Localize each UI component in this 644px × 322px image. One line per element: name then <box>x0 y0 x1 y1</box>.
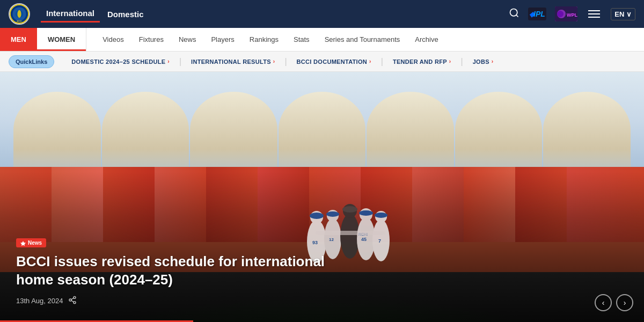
hero-date: 13th Aug, 2024 <box>16 297 63 305</box>
svg-point-5 <box>510 9 517 16</box>
quicklinks-bar: QuickLinks DOMESTIC 2024–25 SCHEDULE › |… <box>0 52 644 72</box>
women-tab[interactable]: WOMEN <box>37 28 86 51</box>
bcci-logo[interactable]: BCCI <box>9 3 30 25</box>
svg-text:WPL: WPL <box>567 12 577 18</box>
svg-line-39 <box>71 301 74 302</box>
top-nav-links: International Domestic <box>41 5 509 23</box>
arrow-icon: › <box>167 58 170 64</box>
nav-players[interactable]: Players <box>203 28 241 52</box>
nav-rankings[interactable]: Rankings <box>242 28 286 52</box>
nav-series-tournaments[interactable]: Series and Tournaments <box>317 28 408 52</box>
hero-nav-arrows: ‹ › <box>595 294 633 311</box>
hamburger-menu[interactable] <box>586 8 602 20</box>
nav-international[interactable]: International <box>41 5 100 23</box>
search-icon[interactable] <box>509 8 519 21</box>
hero-date-row: 13th Aug, 2024 <box>16 296 628 306</box>
quicklinks-button[interactable]: QuickLinks <box>9 55 54 68</box>
svg-point-32 <box>342 206 357 213</box>
secondary-nav-items: Videos Fixtures News Players Rankings St… <box>86 28 644 52</box>
arrow-icon: › <box>492 58 494 64</box>
svg-line-6 <box>516 14 518 17</box>
hero-section: 93 12 45 RCHI 7 <box>0 72 644 322</box>
arrow-icon: › <box>449 58 451 64</box>
svg-point-38 <box>74 302 76 304</box>
ql-tender-rfp[interactable]: TENDER AND RFP › <box>384 58 460 65</box>
ql-jobs[interactable]: JOBS › <box>464 58 502 65</box>
nav-stats[interactable]: Stats <box>286 28 317 52</box>
svg-point-37 <box>69 299 71 301</box>
hero-title: BCCI issues revised schedule for interna… <box>16 253 338 289</box>
news-badge: News <box>16 238 46 247</box>
svg-line-40 <box>71 298 74 299</box>
svg-text:IPL: IPL <box>533 10 545 18</box>
top-nav-right: ◆ IPL WPL EN ∨ <box>509 6 635 21</box>
bcci-logo-area[interactable]: BCCI <box>9 3 30 25</box>
arrow-icon: › <box>273 58 275 64</box>
ql-international-results[interactable]: INTERNATIONAL RESULTS › <box>182 58 283 65</box>
svg-marker-35 <box>20 241 26 246</box>
ql-domestic-schedule[interactable]: DOMESTIC 2024–25 SCHEDULE › <box>63 58 178 65</box>
nav-archive[interactable]: Archive <box>407 28 445 52</box>
secondary-navigation: MEN WOMEN Videos Fixtures News Players R… <box>0 28 644 52</box>
ql-bcci-documentation[interactable]: BCCI DOCUMENTATION › <box>288 58 380 65</box>
hero-next-button[interactable]: › <box>616 294 633 311</box>
svg-point-12 <box>557 11 564 17</box>
men-tab[interactable]: MEN <box>0 28 37 51</box>
svg-point-3 <box>17 10 21 18</box>
nav-news[interactable]: News <box>171 28 204 52</box>
svg-point-31 <box>326 211 339 217</box>
svg-point-36 <box>74 296 76 298</box>
language-selector[interactable]: EN ∨ <box>611 8 635 20</box>
news-badge-icon <box>20 240 26 246</box>
svg-text:BCCI: BCCI <box>17 20 22 23</box>
top-navigation: BCCI International Domestic ◆ IPL W <box>0 0 644 28</box>
share-icon[interactable] <box>68 296 77 306</box>
svg-point-34 <box>375 213 387 218</box>
hero-prev-button[interactable]: ‹ <box>595 294 612 311</box>
nav-domestic[interactable]: Domestic <box>102 6 149 22</box>
wpl-logo[interactable]: WPL <box>555 6 577 21</box>
nav-fixtures[interactable]: Fixtures <box>131 28 171 52</box>
svg-point-33 <box>359 210 373 216</box>
nav-videos[interactable]: Videos <box>95 28 131 52</box>
ipl-logo[interactable]: ◆ IPL <box>528 8 546 20</box>
arrow-icon: › <box>369 58 371 64</box>
hero-content: News BCCI issues revised schedule for in… <box>0 228 644 322</box>
svg-point-30 <box>310 213 324 219</box>
